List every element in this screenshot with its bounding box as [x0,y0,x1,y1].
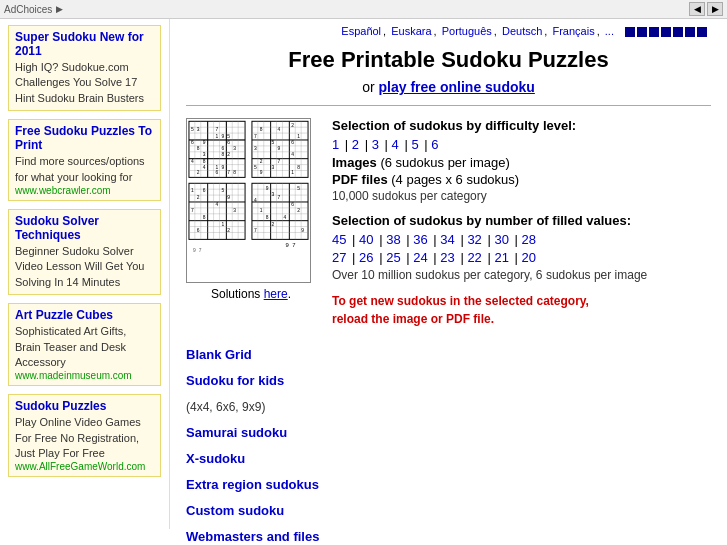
svg-text:8: 8 [203,215,206,220]
filled-link-24[interactable]: 24 [413,250,427,265]
selection-info: Selection of sudokus by difficulty level… [332,118,711,328]
filled-link-21[interactable]: 21 [494,250,508,265]
sidebar-ad-title-2[interactable]: Sudoku Solver Techniques [15,214,154,242]
link-item-1: Sudoku for kids (4x4, 6x6, 9x9) [186,368,711,420]
sidebar-ad-body-0: High IQ? Sudokue.com Challenges You Solv… [15,60,154,106]
nav-link-0[interactable]: Blank Grid [186,342,711,368]
nav-link-6[interactable]: Webmasters and files [186,524,711,545]
nav-next-button[interactable]: ▶ [707,2,723,16]
sidebar-ad-body-2: Beginner Sudoku Solver Video Lesson Will… [15,244,154,290]
difficulty-link-2[interactable]: 2 [352,137,359,152]
link-item-2: Samurai sudoku [186,420,711,446]
svg-text:4: 4 [278,127,281,132]
svg-text:7: 7 [199,248,202,253]
svg-text:8: 8 [221,152,224,157]
divider [186,105,711,106]
filled-link-20[interactable]: 20 [522,250,536,265]
lang-square-7 [697,27,707,37]
svg-text:7: 7 [191,208,194,213]
lang-square-5 [673,27,683,37]
sidebar-ad-title-0[interactable]: Super Sudoku New for 2011 [15,30,154,58]
lang-link-português[interactable]: Português [442,25,492,37]
filled-link-36[interactable]: 36 [413,232,427,247]
filled-link-30[interactable]: 30 [494,232,508,247]
svg-text:6: 6 [216,171,219,176]
difficulty-link-3[interactable]: 3 [372,137,379,152]
filled-link-32[interactable]: 32 [467,232,481,247]
svg-text:7: 7 [292,242,295,248]
difficulty-link-4[interactable]: 4 [392,137,399,152]
svg-text:2: 2 [291,123,294,128]
svg-text:8: 8 [233,171,236,176]
sidebar-ad-title-3[interactable]: Art Puzzle Cubes [15,308,154,322]
svg-text:8: 8 [197,146,200,151]
filled-link-23[interactable]: 23 [440,250,454,265]
solutions-link[interactable]: here [264,287,288,301]
difficulty-sub-note: 10,000 sudokus per category [332,189,711,203]
filled-row2-links: 27 | 26 | 25 | 24 | 23 | 22 | 21 | 20 [332,250,711,265]
svg-text:8: 8 [260,127,263,132]
svg-text:4: 4 [191,159,194,164]
language-squares [625,27,707,37]
svg-text:4: 4 [216,202,219,207]
svg-text:9: 9 [266,186,269,191]
svg-text:6: 6 [203,188,206,193]
nav-prev-button[interactable]: ◀ [689,2,705,16]
sidebar-ad-title-4[interactable]: Sudoku Puzzles [15,399,154,413]
difficulty-heading: Selection of sudokus by difficulty level… [332,118,711,133]
filled-link-40[interactable]: 40 [359,232,373,247]
lang-link-deutsch[interactable]: Deutsch [502,25,542,37]
puzzle-image-area: 5 3 7 6 1 9 5 9 6 8 6 3 4 8 8 [186,118,316,301]
svg-text:6: 6 [227,140,230,145]
svg-text:2: 2 [197,171,200,176]
puzzle-grid-image: 5 3 7 6 1 9 5 9 6 8 6 3 4 8 8 [186,118,311,283]
filled-link-25[interactable]: 25 [386,250,400,265]
svg-text:7: 7 [278,195,281,200]
lang-link-español[interactable]: Español [341,25,381,37]
svg-text:4: 4 [291,152,294,157]
play-online-link[interactable]: play free online sudoku [378,79,534,95]
difficulty-link-6[interactable]: 6 [431,137,438,152]
language-links: Español, Euskara, Português, Deutsch, Fr… [339,25,616,37]
svg-text:7: 7 [254,229,257,234]
filled-link-38[interactable]: 38 [386,232,400,247]
svg-text:9: 9 [285,242,288,248]
svg-text:5: 5 [297,186,300,191]
difficulty-link-5[interactable]: 5 [411,137,418,152]
filled-link-27[interactable]: 27 [332,250,346,265]
filled-link-28[interactable]: 28 [522,232,536,247]
svg-text:5: 5 [254,165,257,170]
svg-text:8: 8 [297,165,300,170]
reload-line2-bold: reload the image or PDF file. [332,312,494,326]
main-content: Español, Euskara, Português, Deutsch, Fr… [170,19,727,545]
lang-link-euskara[interactable]: Euskara [391,25,431,37]
lang-link-...[interactable]: ... [605,25,614,37]
sidebar-ad-title-1[interactable]: Free Sudoku Puzzles To Print [15,124,154,152]
lang-link-français[interactable]: Français [552,25,594,37]
nav-link-5[interactable]: Custom sudoku [186,498,711,524]
filled-link-22[interactable]: 22 [467,250,481,265]
lang-square-6 [685,27,695,37]
filled-link-26[interactable]: 26 [359,250,373,265]
svg-text:5: 5 [227,134,230,139]
filled-link-45[interactable]: 45 [332,232,346,247]
filled-link-34[interactable]: 34 [440,232,454,247]
nav-link-3[interactable]: X-sudoku [186,446,711,472]
nav-link-1[interactable]: Sudoku for kids [186,368,711,394]
link-item-6: Webmasters and files [186,524,711,545]
svg-text:3: 3 [203,152,206,157]
nav-link-4[interactable]: Extra region sudokus [186,472,711,498]
lang-square-3 [649,27,659,37]
svg-text:9: 9 [301,229,304,234]
sidebar-ad-body-3: Sophisticated Art Gifts, Brain Teaser an… [15,324,154,370]
play-online-prefix: or [362,79,378,95]
svg-text:2: 2 [260,159,263,164]
svg-text:3: 3 [197,127,200,132]
svg-text:2: 2 [272,222,275,227]
sidebar-ad-url-1: www.webcrawler.com [15,185,154,196]
difficulty-link-1[interactable]: 1 [332,137,339,152]
svg-text:1: 1 [216,134,219,139]
nav-link-2[interactable]: Samurai sudoku [186,420,711,446]
svg-text:7: 7 [227,171,230,176]
sidebar-ad-0: Super Sudoku New for 2011 High IQ? Sudok… [8,25,161,111]
